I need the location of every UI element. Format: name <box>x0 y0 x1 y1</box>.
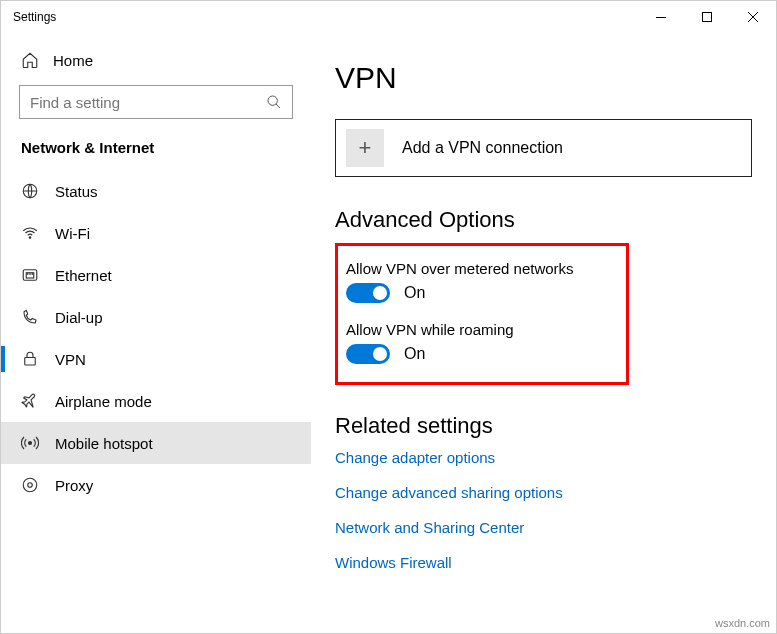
page-title: VPN <box>335 61 752 95</box>
sidebar-item-airplane[interactable]: Airplane mode <box>1 380 311 422</box>
wifi-icon <box>21 224 39 242</box>
advanced-options-heading: Advanced Options <box>335 207 752 233</box>
highlight-box: Allow VPN over metered networks On Allow… <box>335 243 629 385</box>
sidebar-item-ethernet[interactable]: Ethernet <box>1 254 311 296</box>
add-vpn-button[interactable]: + Add a VPN connection <box>335 119 752 177</box>
content-pane: VPN + Add a VPN connection Advanced Opti… <box>311 33 776 633</box>
search-box[interactable] <box>19 85 293 119</box>
sidebar-item-wifi[interactable]: Wi-Fi <box>1 212 311 254</box>
sidebar-item-label: VPN <box>55 351 86 368</box>
section-header: Network & Internet <box>1 135 311 170</box>
search-input[interactable] <box>30 94 266 111</box>
window-controls <box>638 1 776 33</box>
sidebar-item-label: Ethernet <box>55 267 112 284</box>
roaming-state: On <box>404 345 425 363</box>
minimize-button[interactable] <box>638 1 684 33</box>
ethernet-icon <box>21 266 39 284</box>
svg-point-14 <box>29 442 32 445</box>
home-nav[interactable]: Home <box>1 41 311 79</box>
proxy-icon <box>21 476 39 494</box>
svg-point-16 <box>28 483 33 488</box>
sidebar-item-label: Mobile hotspot <box>55 435 153 452</box>
svg-point-15 <box>23 478 37 492</box>
airplane-icon <box>21 392 39 410</box>
home-icon <box>21 51 39 69</box>
svg-rect-0 <box>656 17 666 18</box>
hotspot-icon <box>21 434 39 452</box>
maximize-button[interactable] <box>684 1 730 33</box>
sidebar-item-vpn[interactable]: VPN <box>1 338 311 380</box>
window-title: Settings <box>13 10 56 24</box>
sidebar-item-hotspot[interactable]: Mobile hotspot <box>1 422 311 464</box>
status-icon <box>21 182 39 200</box>
link-network-center[interactable]: Network and Sharing Center <box>335 519 752 536</box>
link-windows-firewall[interactable]: Windows Firewall <box>335 554 752 571</box>
sidebar-item-label: Wi-Fi <box>55 225 90 242</box>
sidebar-item-label: Airplane mode <box>55 393 152 410</box>
vpn-icon <box>21 350 39 368</box>
sidebar-item-proxy[interactable]: Proxy <box>1 464 311 506</box>
sidebar-item-label: Dial-up <box>55 309 103 326</box>
metered-state: On <box>404 284 425 302</box>
roaming-label: Allow VPN while roaming <box>346 321 608 338</box>
metered-label: Allow VPN over metered networks <box>346 260 608 277</box>
sidebar-item-label: Status <box>55 183 98 200</box>
svg-line-5 <box>276 104 280 108</box>
plus-icon: + <box>346 129 384 167</box>
svg-rect-13 <box>25 358 36 366</box>
close-button[interactable] <box>730 1 776 33</box>
home-label: Home <box>53 52 93 69</box>
sidebar-item-label: Proxy <box>55 477 93 494</box>
watermark: wsxdn.com <box>715 617 770 629</box>
link-advanced-sharing[interactable]: Change advanced sharing options <box>335 484 752 501</box>
search-icon <box>266 94 282 110</box>
dialup-icon <box>21 308 39 326</box>
roaming-toggle[interactable] <box>346 344 390 364</box>
link-adapter-options[interactable]: Change adapter options <box>335 449 752 466</box>
svg-point-4 <box>268 96 277 105</box>
metered-toggle[interactable] <box>346 283 390 303</box>
sidebar-item-status[interactable]: Status <box>1 170 311 212</box>
related-settings-heading: Related settings <box>335 413 752 439</box>
sidebar-item-dialup[interactable]: Dial-up <box>1 296 311 338</box>
svg-rect-1 <box>703 13 712 22</box>
svg-point-7 <box>29 237 31 239</box>
sidebar: Home Network & Internet Status Wi-Fi <box>1 33 311 633</box>
add-vpn-label: Add a VPN connection <box>402 139 563 157</box>
